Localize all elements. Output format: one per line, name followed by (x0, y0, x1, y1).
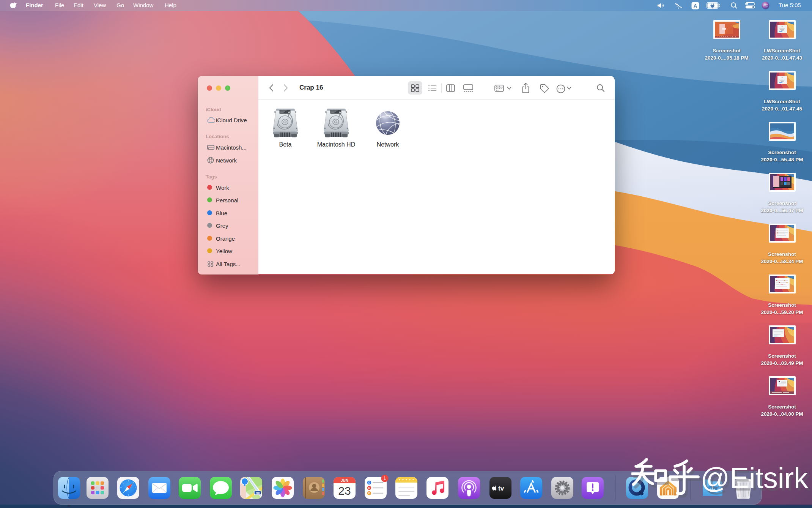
svg-text:JUN: JUN (341, 478, 348, 483)
svg-text:280: 280 (256, 492, 260, 494)
svg-text:@Eitsirk: @Eitsirk (700, 462, 809, 494)
svg-text:A: A (694, 3, 697, 8)
svg-text:1: 1 (384, 476, 386, 481)
svg-text:tv: tv (498, 485, 504, 492)
svg-text:23: 23 (338, 484, 351, 497)
